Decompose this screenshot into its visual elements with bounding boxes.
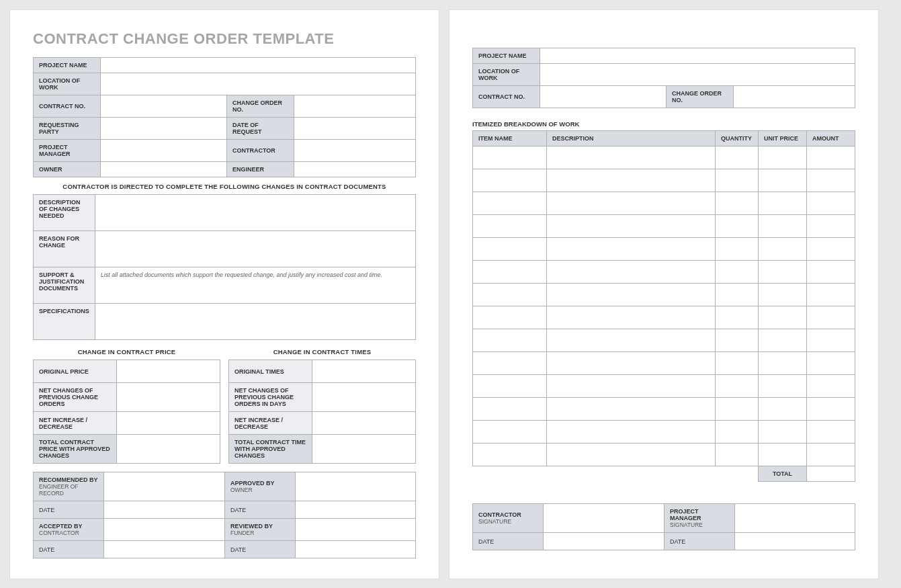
cell-quantity[interactable] (716, 284, 759, 306)
cell-unit-price[interactable] (759, 352, 807, 375)
input-approved-by[interactable] (296, 472, 416, 501)
cell-quantity[interactable] (716, 169, 759, 192)
cell-unit-price[interactable] (759, 421, 807, 444)
input-total-amount[interactable] (807, 466, 855, 482)
cell-amount[interactable] (807, 398, 855, 421)
input-original-price[interactable] (117, 360, 220, 383)
cell-item-name[interactable] (473, 444, 547, 466)
cell-amount[interactable] (807, 444, 855, 466)
input-reason-for-change[interactable] (95, 231, 415, 267)
cell-amount[interactable] (807, 192, 855, 215)
input-contract-no[interactable] (101, 95, 227, 118)
cell-amount[interactable] (807, 261, 855, 284)
cell-item-name[interactable] (473, 238, 547, 261)
input-date-3[interactable] (104, 541, 225, 558)
cell-quantity[interactable] (716, 146, 759, 169)
cell-quantity[interactable] (716, 398, 759, 421)
cell-description[interactable] (547, 261, 716, 284)
input-net-incdec-price[interactable] (117, 412, 220, 435)
cell-amount[interactable] (807, 375, 855, 398)
cell-item-name[interactable] (473, 192, 547, 215)
input-contractor-sig[interactable] (544, 504, 664, 533)
cell-unit-price[interactable] (759, 261, 807, 284)
cell-item-name[interactable] (473, 375, 547, 398)
cell-item-name[interactable] (473, 306, 547, 329)
cell-quantity[interactable] (716, 329, 759, 352)
cell-unit-price[interactable] (759, 169, 807, 192)
cell-description[interactable] (547, 169, 716, 192)
cell-amount[interactable] (807, 215, 855, 238)
input-project-name[interactable] (101, 58, 416, 73)
cell-description[interactable] (547, 284, 716, 306)
cell-unit-price[interactable] (759, 375, 807, 398)
input-net-incdec-times[interactable] (312, 412, 416, 435)
input-total-times[interactable] (312, 435, 416, 464)
cell-description[interactable] (547, 352, 716, 375)
input-date-of-request[interactable] (294, 118, 416, 140)
cell-unit-price[interactable] (759, 329, 807, 352)
cell-quantity[interactable] (716, 375, 759, 398)
input-requesting-party[interactable] (101, 118, 227, 140)
input-location-of-work[interactable] (101, 73, 416, 95)
cell-amount[interactable] (807, 329, 855, 352)
cell-amount[interactable] (807, 421, 855, 444)
cell-description[interactable] (547, 375, 716, 398)
cell-description[interactable] (547, 329, 716, 352)
input-change-order-no[interactable] (294, 95, 416, 118)
cell-amount[interactable] (807, 238, 855, 261)
cell-quantity[interactable] (716, 261, 759, 284)
input-accepted-by[interactable] (104, 519, 225, 541)
cell-item-name[interactable] (473, 169, 547, 192)
cell-quantity[interactable] (716, 215, 759, 238)
input-net-prev-price[interactable] (117, 383, 220, 412)
cell-amount[interactable] (807, 306, 855, 329)
cell-description[interactable] (547, 238, 716, 261)
cell-item-name[interactable] (473, 215, 547, 238)
input-contractor[interactable] (294, 140, 416, 162)
cell-description[interactable] (547, 444, 716, 466)
cell-unit-price[interactable] (759, 146, 807, 169)
cell-item-name[interactable] (473, 261, 547, 284)
cell-item-name[interactable] (473, 398, 547, 421)
cell-amount[interactable] (807, 352, 855, 375)
cell-quantity[interactable] (716, 306, 759, 329)
input-date-5[interactable] (544, 533, 664, 550)
cell-quantity[interactable] (716, 421, 759, 444)
cell-unit-price[interactable] (759, 192, 807, 215)
input-support-docs[interactable]: List all attached documents which suppor… (95, 267, 415, 304)
input-date-1[interactable] (104, 501, 225, 519)
cell-item-name[interactable] (473, 146, 547, 169)
input-net-prev-times[interactable] (312, 383, 416, 412)
cell-unit-price[interactable] (759, 238, 807, 261)
input-reviewed-by[interactable] (296, 519, 416, 541)
input-project-name-2[interactable] (540, 48, 855, 64)
cell-description[interactable] (547, 192, 716, 215)
cell-item-name[interactable] (473, 421, 547, 444)
cell-description[interactable] (547, 306, 716, 329)
input-description-of-changes[interactable] (95, 195, 415, 231)
input-change-order-no-2[interactable] (734, 86, 855, 108)
cell-description[interactable] (547, 215, 716, 238)
input-date-4[interactable] (296, 541, 416, 558)
input-owner[interactable] (101, 162, 227, 177)
cell-unit-price[interactable] (759, 284, 807, 306)
cell-amount[interactable] (807, 284, 855, 306)
cell-unit-price[interactable] (759, 398, 807, 421)
cell-description[interactable] (547, 398, 716, 421)
input-location-of-work-2[interactable] (540, 64, 855, 86)
input-pm-sig[interactable] (735, 504, 855, 533)
cell-quantity[interactable] (716, 192, 759, 215)
cell-description[interactable] (547, 421, 716, 444)
input-total-price[interactable] (117, 435, 220, 464)
cell-quantity[interactable] (716, 238, 759, 261)
input-date-2[interactable] (296, 501, 416, 519)
input-date-6[interactable] (735, 533, 855, 550)
cell-quantity[interactable] (716, 352, 759, 375)
cell-amount[interactable] (807, 169, 855, 192)
input-contract-no-2[interactable] (540, 86, 667, 108)
cell-unit-price[interactable] (759, 444, 807, 466)
input-original-times[interactable] (312, 360, 416, 383)
input-recommended-by[interactable] (104, 472, 225, 501)
cell-item-name[interactable] (473, 284, 547, 306)
cell-quantity[interactable] (716, 444, 759, 466)
